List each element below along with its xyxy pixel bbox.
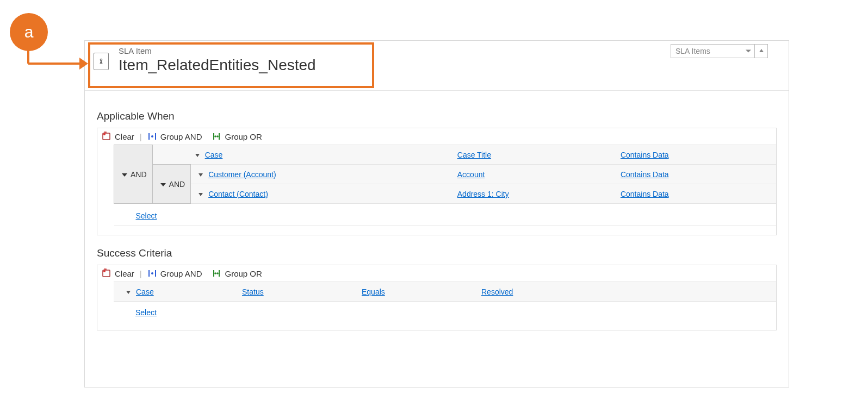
expand-toggle[interactable] bbox=[199, 193, 203, 196]
group-or-button[interactable]: Group OR bbox=[212, 132, 262, 141]
group-operator-inner[interactable]: AND bbox=[152, 165, 191, 204]
condition-builder: AND Case Case Title Contains Data AND Cu… bbox=[97, 145, 776, 235]
entity-link[interactable]: Customer (Account) bbox=[208, 170, 276, 179]
record-nav: SLA Items bbox=[671, 44, 768, 58]
condition-row: AND Customer (Account) Account Contains … bbox=[114, 165, 777, 184]
clear-button[interactable]: Clear bbox=[102, 268, 134, 278]
svg-point-2 bbox=[103, 133, 106, 135]
operator-label: AND bbox=[169, 180, 185, 189]
dropdown-caret-icon bbox=[746, 50, 751, 53]
record-nav-dropdown[interactable]: SLA Items bbox=[671, 44, 755, 58]
group-or-label: Group OR bbox=[225, 132, 262, 141]
group-or-icon bbox=[212, 132, 221, 141]
value-link[interactable]: Resolved bbox=[481, 288, 513, 296]
select-row: Select bbox=[114, 302, 776, 322]
condition-row: AND Case Case Title Contains Data bbox=[114, 145, 777, 165]
operator-link[interactable]: Contains Data bbox=[621, 170, 669, 179]
entity-link[interactable]: Contact (Contact) bbox=[208, 190, 268, 198]
select-link[interactable]: Select bbox=[136, 211, 157, 220]
toolbar-separator: | bbox=[138, 132, 144, 141]
callout-connector bbox=[27, 50, 29, 64]
form-header: SLA Item Item_RelatedEntities_Nested SLA… bbox=[85, 41, 789, 91]
operator-link[interactable]: Contains Data bbox=[621, 190, 669, 198]
applicable-when-panel: Clear | Group AND Group OR bbox=[97, 128, 777, 235]
expand-toggle[interactable] bbox=[195, 154, 200, 157]
field-link[interactable]: Address 1: City bbox=[457, 190, 509, 198]
callout-arrow bbox=[79, 58, 88, 70]
clear-label: Clear bbox=[115, 132, 134, 141]
group-and-button[interactable]: Group AND bbox=[147, 268, 202, 278]
group-and-button[interactable]: Group AND bbox=[147, 132, 202, 141]
group-and-icon bbox=[147, 268, 157, 278]
form-page: SLA Item Item_RelatedEntities_Nested SLA… bbox=[84, 40, 789, 388]
field-link[interactable]: Case Title bbox=[457, 151, 491, 159]
condition-table: Case Status Equals Resolved Select bbox=[114, 282, 776, 321]
section-title-applicable: Applicable When bbox=[97, 110, 777, 122]
condition-table: AND Case Case Title Contains Data AND Cu… bbox=[114, 145, 776, 226]
svg-point-3 bbox=[151, 135, 153, 138]
group-operator-outer[interactable]: AND bbox=[114, 145, 153, 204]
field-link[interactable]: Status bbox=[242, 288, 264, 296]
svg-point-4 bbox=[215, 135, 217, 138]
select-link[interactable]: Select bbox=[135, 308, 157, 317]
operator-link[interactable]: Equals bbox=[362, 288, 385, 296]
condition-toolbar: Clear | Group AND Group OR bbox=[97, 265, 776, 282]
success-criteria-panel: Clear | Group AND Group OR bbox=[97, 265, 777, 330]
expand-toggle[interactable] bbox=[199, 173, 203, 177]
condition-row: Contact (Contact) Address 1: City Contai… bbox=[114, 184, 777, 204]
caret-down-icon bbox=[122, 173, 127, 177]
condition-builder: Case Status Equals Resolved Select bbox=[97, 282, 776, 330]
group-and-label: Group AND bbox=[160, 132, 202, 141]
condition-toolbar: Clear | Group AND Group OR bbox=[97, 128, 776, 145]
svg-point-8 bbox=[151, 272, 153, 274]
operator-link[interactable]: Contains Data bbox=[621, 151, 669, 159]
entity-link[interactable]: Case bbox=[205, 151, 223, 159]
svg-point-9 bbox=[215, 272, 217, 274]
svg-point-7 bbox=[103, 270, 106, 272]
svg-point-5 bbox=[217, 135, 219, 138]
clear-button[interactable]: Clear bbox=[102, 132, 134, 141]
nav-up-button[interactable] bbox=[755, 44, 768, 58]
field-link[interactable]: Account bbox=[457, 170, 485, 179]
clear-label: Clear bbox=[115, 269, 134, 278]
clear-icon bbox=[102, 268, 111, 278]
group-and-icon bbox=[147, 132, 157, 141]
entity-icon bbox=[94, 53, 109, 70]
clear-icon bbox=[102, 132, 111, 141]
section-title-success: Success Criteria bbox=[97, 247, 777, 259]
record-title: Item_RelatedEntities_Nested bbox=[119, 56, 781, 74]
group-and-label: Group AND bbox=[160, 269, 202, 278]
select-row: Select bbox=[114, 204, 777, 226]
operator-label: AND bbox=[131, 170, 147, 179]
caret-down-icon bbox=[160, 183, 166, 186]
group-or-icon bbox=[212, 268, 221, 278]
callout-letter: a bbox=[24, 23, 34, 41]
record-nav-dropdown-label: SLA Items bbox=[675, 47, 710, 55]
form-body: Applicable When Clear | Group AND bbox=[85, 91, 789, 348]
condition-row: Case Status Equals Resolved bbox=[114, 282, 776, 302]
toolbar-separator: | bbox=[138, 269, 144, 278]
callout-badge: a bbox=[10, 13, 48, 51]
group-or-label: Group OR bbox=[225, 269, 262, 278]
group-or-button[interactable]: Group OR bbox=[212, 268, 262, 278]
svg-point-10 bbox=[217, 272, 219, 274]
expand-toggle[interactable] bbox=[126, 291, 131, 294]
callout-connector bbox=[28, 62, 84, 65]
entity-link[interactable]: Case bbox=[136, 288, 154, 296]
